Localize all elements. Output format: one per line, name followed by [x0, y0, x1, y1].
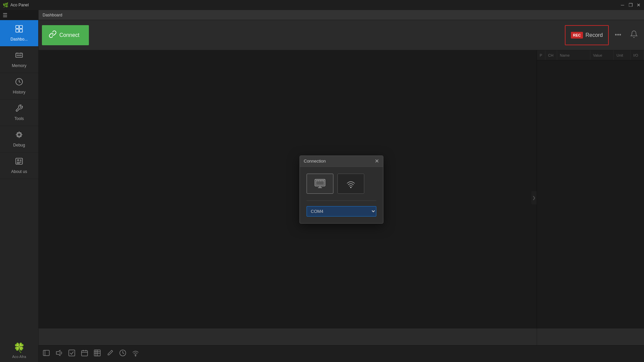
- svg-point-39: [350, 187, 351, 188]
- statusbar-gauge-icon[interactable]: [94, 349, 101, 358]
- sidebar-debug-label: Debug: [13, 143, 25, 147]
- sidebar-item-tools[interactable]: Tools: [0, 100, 38, 126]
- statusbar-edit-icon[interactable]: [106, 349, 114, 358]
- sidebar-menu-icon[interactable]: ☰: [3, 12, 7, 18]
- logo-leaf-icon: 🍀: [13, 342, 25, 353]
- memory-icon: [15, 51, 23, 61]
- sidebar-dashboard-label: Dashbo...: [10, 37, 28, 42]
- dialog-title: Connection: [304, 159, 326, 164]
- sidebar-item-memory[interactable]: Memory: [0, 47, 38, 73]
- app-title: Aco Panel: [10, 3, 29, 7]
- connection-dialog: Connection ✕: [300, 156, 383, 224]
- dialog-close-button[interactable]: ✕: [375, 159, 379, 164]
- titlebar-left: 🌿 Aco Panel: [3, 2, 29, 8]
- dialog-divider: [307, 200, 376, 201]
- statusbar: [39, 345, 644, 362]
- dialog-body: COM4 COM1 COM2 COM3 COM5: [300, 167, 383, 223]
- restore-button[interactable]: ❐: [628, 2, 633, 8]
- record-label: Record: [586, 32, 603, 38]
- statusbar-wifi-icon[interactable]: [132, 349, 139, 358]
- sidebar-footer: 🍀 Aco Afra: [0, 339, 38, 362]
- sidebar-item-debug[interactable]: Debug: [0, 126, 38, 153]
- tools-icon: [15, 104, 23, 114]
- history-icon: [15, 78, 23, 88]
- content-area: Dashboard Connect REC Record •••: [39, 10, 644, 362]
- connect-button[interactable]: Connect: [42, 25, 89, 45]
- statusbar-calendar-icon[interactable]: [81, 349, 88, 358]
- breadcrumb-bar: Dashboard: [39, 10, 644, 20]
- statusbar-speaker-icon[interactable]: [55, 349, 63, 358]
- svg-rect-0: [16, 25, 19, 28]
- svg-rect-43: [69, 350, 75, 356]
- sidebar-about-label: About us: [11, 169, 27, 174]
- statusbar-check-icon[interactable]: [68, 349, 75, 358]
- sidebar-top-bar: ☰: [0, 10, 38, 20]
- main-area: P CH Name Value Unit I/O ❯ Connection ✕: [39, 50, 644, 345]
- sidebar-tools-label: Tools: [14, 116, 24, 121]
- sidebar-item-dashboard[interactable]: Dashbo...: [0, 20, 38, 47]
- svg-point-54: [135, 356, 136, 356]
- toolbar-notification-icon[interactable]: [627, 30, 641, 40]
- svg-rect-40: [43, 350, 49, 356]
- dashboard-icon: [15, 25, 23, 35]
- svg-rect-19: [17, 133, 21, 137]
- svg-rect-1: [19, 25, 22, 28]
- sidebar-history-label: History: [13, 90, 25, 95]
- serial-connection-option[interactable]: [307, 174, 333, 194]
- record-button[interactable]: REC Record: [565, 25, 609, 45]
- main-layout: ☰ Dashbo...: [0, 10, 644, 362]
- logo-text: Aco Afra: [12, 355, 26, 359]
- statusbar-clock-icon[interactable]: [119, 349, 126, 358]
- statusbar-tablet-icon[interactable]: [43, 349, 50, 358]
- dialog-titlebar: Connection ✕: [300, 156, 383, 167]
- about-icon: [15, 157, 23, 167]
- connect-icon: [49, 30, 57, 40]
- sidebar-item-about[interactable]: About us: [0, 153, 38, 179]
- toolbar: Connect REC Record •••: [39, 20, 644, 50]
- breadcrumb-text: Dashboard: [43, 13, 62, 17]
- close-button[interactable]: ✕: [636, 2, 641, 8]
- svg-point-25: [17, 160, 19, 161]
- svg-rect-2: [16, 29, 19, 32]
- record-badge: REC: [571, 32, 583, 39]
- connect-label: Connect: [59, 32, 79, 38]
- titlebar: 🌿 Aco Panel ─ ❐ ✕: [0, 0, 644, 10]
- svg-marker-42: [56, 350, 60, 356]
- svg-rect-3: [19, 29, 22, 32]
- toolbar-more-dots[interactable]: •••: [612, 32, 624, 39]
- modal-overlay: Connection ✕: [39, 50, 644, 328]
- svg-rect-44: [82, 351, 88, 356]
- com-port-select[interactable]: COM4 COM1 COM2 COM3 COM5: [307, 206, 376, 217]
- debug-icon: [15, 131, 23, 141]
- sidebar-memory-label: Memory: [12, 63, 26, 68]
- sidebar: ☰ Dashbo...: [0, 10, 39, 362]
- minimize-button[interactable]: ─: [620, 2, 625, 8]
- svg-rect-48: [94, 350, 100, 356]
- connection-type-icons: [307, 174, 376, 194]
- titlebar-controls: ─ ❐ ✕: [620, 2, 641, 8]
- wifi-connection-option[interactable]: [337, 174, 364, 194]
- app-logo-icon: 🌿: [3, 2, 8, 8]
- sidebar-item-history[interactable]: History: [0, 73, 38, 100]
